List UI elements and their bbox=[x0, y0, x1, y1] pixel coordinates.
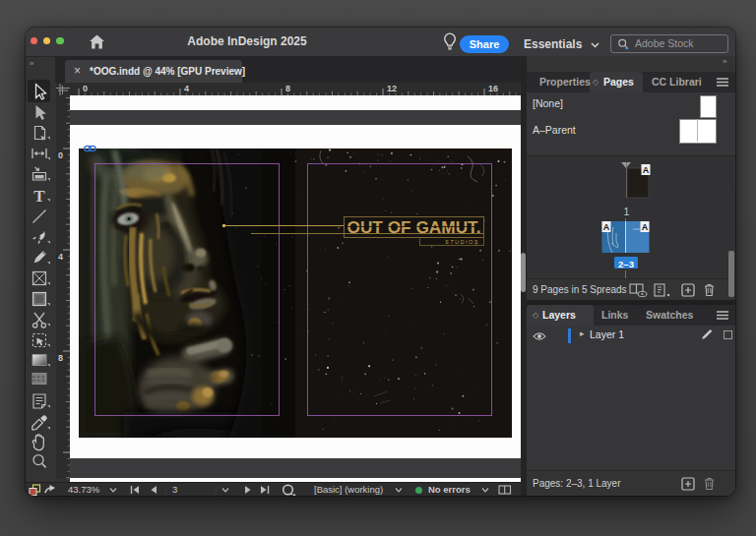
svg-text:2–3: 2–3 bbox=[618, 259, 634, 269]
svg-text:0: 0 bbox=[58, 150, 63, 160]
svg-text:12: 12 bbox=[387, 84, 397, 93]
svg-text:A: A bbox=[643, 165, 650, 175]
svg-text:4: 4 bbox=[184, 84, 189, 93]
svg-text:STUDIOS: STUDIOS bbox=[445, 239, 479, 245]
svg-text:A: A bbox=[603, 222, 610, 232]
svg-text:T: T bbox=[33, 187, 45, 206]
svg-text:4: 4 bbox=[58, 252, 63, 262]
svg-text:16: 16 bbox=[488, 84, 498, 93]
svg-text:1: 1 bbox=[624, 206, 630, 217]
svg-text:8: 8 bbox=[58, 353, 63, 363]
svg-text:A: A bbox=[642, 222, 649, 232]
svg-text:0: 0 bbox=[83, 84, 88, 93]
svg-text:8: 8 bbox=[285, 84, 290, 93]
